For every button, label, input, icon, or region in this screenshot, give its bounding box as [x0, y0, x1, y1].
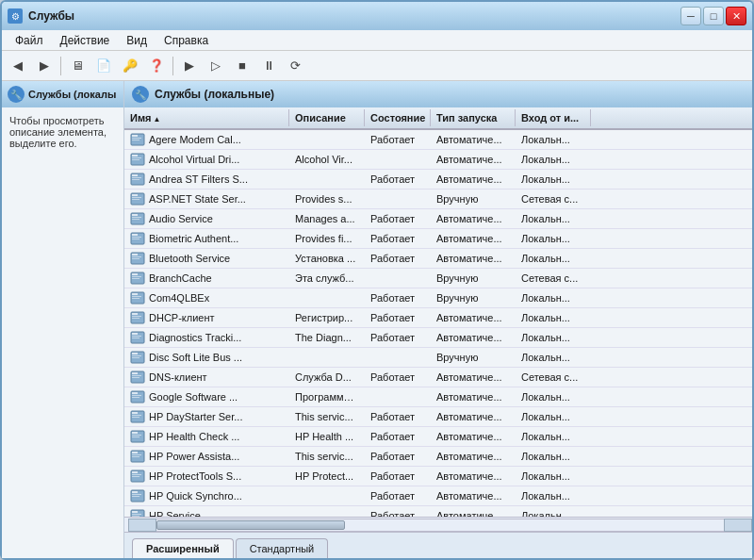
cell-service-desc: Программм... — [289, 389, 365, 404]
svg-rect-59 — [132, 417, 139, 418]
table-row[interactable]: Andrea ST Filters S... Работает Автомати… — [124, 170, 752, 189]
svg-rect-38 — [132, 316, 141, 317]
cell-service-type: Автоматиче... — [431, 409, 516, 424]
menu-file[interactable]: Файл — [8, 32, 51, 49]
svg-rect-23 — [132, 239, 139, 239]
cell-service-desc: This servic... — [289, 449, 365, 464]
cell-service-name: Bluetooth Service — [124, 249, 289, 268]
cell-service-type: Автоматиче... — [431, 449, 516, 464]
svg-rect-75 — [132, 496, 139, 497]
table-row[interactable]: Com4QLBEx Работает Вручную Локальн... — [124, 288, 752, 308]
properties-button[interactable]: 🔑 — [118, 55, 142, 77]
h-scroll-right[interactable] — [724, 519, 752, 532]
cell-service-name: DHCP-клиент — [124, 308, 289, 327]
table-row[interactable]: HP ProtectTools S... HP Protect... Работ… — [124, 467, 752, 486]
col-header-login[interactable]: Вход от и... — [516, 109, 591, 126]
cell-service-type: Автоматиче... — [431, 389, 516, 404]
col-header-name[interactable]: Имя▲ — [124, 109, 289, 126]
menu-help[interactable]: Справка — [156, 32, 216, 49]
cell-service-desc: HP Health ... — [289, 429, 365, 444]
table-row[interactable]: Bluetooth Service Установка ... Работает… — [124, 249, 752, 269]
table-row[interactable]: Agere Modem Cal... Работает Автоматиче..… — [124, 130, 752, 150]
cell-service-type: Вручную — [431, 191, 516, 206]
svg-rect-46 — [132, 355, 141, 356]
table-row[interactable]: Google Software ... Программм... Автомат… — [124, 387, 752, 407]
show-button[interactable]: 🖥 — [65, 55, 90, 77]
svg-rect-69 — [132, 471, 138, 473]
back-button[interactable]: ◀ — [6, 55, 30, 77]
help-button[interactable]: ❓ — [144, 55, 169, 77]
close-button[interactable]: ✕ — [726, 7, 746, 25]
maximize-button[interactable]: □ — [703, 7, 724, 25]
stop-button[interactable]: ■ — [230, 55, 254, 77]
h-scroll-left[interactable] — [128, 519, 156, 532]
cell-service-name: Alcohol Virtual Dri... — [124, 150, 289, 169]
service-icon — [130, 449, 145, 464]
cell-service-status: Работает — [365, 251, 431, 266]
table-row[interactable]: HP Health Check ... HP Health ... Работа… — [124, 427, 752, 447]
table-row[interactable]: ASP.NET State Ser... Provides s... Вручн… — [124, 189, 752, 209]
table-row[interactable]: DNS-клиент Служба D... Работает Автомати… — [124, 368, 752, 387]
service-icon — [130, 330, 145, 345]
h-scrollbar[interactable] — [124, 517, 752, 532]
play-button[interactable]: ▶ — [177, 55, 202, 77]
svg-rect-22 — [132, 237, 141, 238]
cell-service-name: Andrea ST Filters S... — [124, 170, 289, 189]
table-row[interactable]: HP Quick Synchro... Работает Автоматиче.… — [124, 486, 752, 506]
pause-button[interactable]: ⏸ — [256, 55, 281, 77]
menu-action[interactable]: Действие — [53, 32, 118, 49]
table-row[interactable]: Audio Service Manages a... Работает Авто… — [124, 209, 752, 229]
tab-standard[interactable]: Стандартный — [236, 538, 329, 558]
table-body[interactable]: Agere Modem Cal... Работает Автоматиче..… — [124, 130, 752, 517]
cell-service-type: Автоматиче... — [431, 172, 516, 187]
table-row[interactable]: Alcohol Virtual Dri... Alcohol Vir... Ав… — [124, 150, 752, 170]
service-icon — [130, 191, 145, 206]
svg-rect-15 — [132, 199, 139, 200]
h-scroll-track[interactable] — [156, 519, 724, 532]
table-row[interactable]: DHCP-клиент Регистрир... Работает Автома… — [124, 308, 752, 328]
cell-service-name: Agere Modem Cal... — [124, 130, 289, 149]
cell-service-login: Сетевая с... — [516, 370, 591, 385]
table-row[interactable]: HP Power Assista... This servic... Работ… — [124, 447, 752, 467]
cell-service-name: BranchCache — [124, 269, 289, 288]
sort-arrow-name: ▲ — [153, 115, 160, 124]
table-row[interactable]: Disc Soft Lite Bus ... Вручную Локальн..… — [124, 348, 752, 368]
svg-rect-29 — [132, 273, 138, 275]
cell-service-type: Вручную — [431, 350, 516, 365]
cell-service-desc: This servic... — [289, 409, 365, 424]
play2-button[interactable]: ▷ — [204, 55, 228, 77]
menu-view[interactable]: Вид — [119, 32, 155, 49]
col-header-status[interactable]: Состояние — [365, 109, 431, 126]
table-row[interactable]: Diagnostics Tracki... The Diagn... Работ… — [124, 328, 752, 348]
cell-service-status: Работает — [365, 449, 431, 464]
col-header-type[interactable]: Тип запуска — [431, 109, 516, 126]
cell-service-name: Com4QLBEx — [124, 288, 289, 307]
services-container: Имя▲ Описание Состояние Тип запуска Вход… — [124, 107, 752, 558]
svg-rect-43 — [132, 338, 139, 338]
cell-service-name: HP Health Check ... — [124, 427, 289, 446]
export-button[interactable]: 📄 — [91, 55, 116, 77]
svg-rect-3 — [132, 140, 139, 140]
forward-button[interactable]: ▶ — [32, 55, 57, 77]
right-panel-title: Службы (локальные) — [155, 88, 274, 101]
table-row[interactable]: HP Service Работает Автоматиче... Локаль… — [124, 506, 752, 517]
cell-service-login: Сетевая с... — [516, 271, 591, 286]
svg-rect-51 — [132, 377, 139, 378]
cell-service-desc — [289, 138, 365, 141]
restart-button[interactable]: ⟳ — [283, 55, 307, 77]
tab-extended[interactable]: Расширенный — [132, 538, 234, 558]
svg-rect-74 — [132, 494, 141, 495]
cell-service-status: Работает — [365, 488, 431, 503]
service-icon — [130, 231, 145, 246]
cell-service-status: Работает — [365, 290, 431, 305]
window-icon: ⚙ — [8, 8, 23, 24]
minimize-button[interactable]: ─ — [680, 7, 701, 25]
svg-rect-50 — [132, 375, 141, 376]
col-header-desc[interactable]: Описание — [289, 109, 365, 126]
svg-rect-45 — [132, 353, 138, 354]
table-row[interactable]: Biometric Authent... Provides fi... Рабо… — [124, 229, 752, 249]
cell-service-login: Локальн... — [516, 469, 591, 484]
table-row[interactable]: HP DayStarter Ser... This servic... Рабо… — [124, 407, 752, 427]
table-row[interactable]: BranchCache Эта служб... Вручную Сетевая… — [124, 269, 752, 288]
svg-rect-9 — [132, 174, 138, 176]
